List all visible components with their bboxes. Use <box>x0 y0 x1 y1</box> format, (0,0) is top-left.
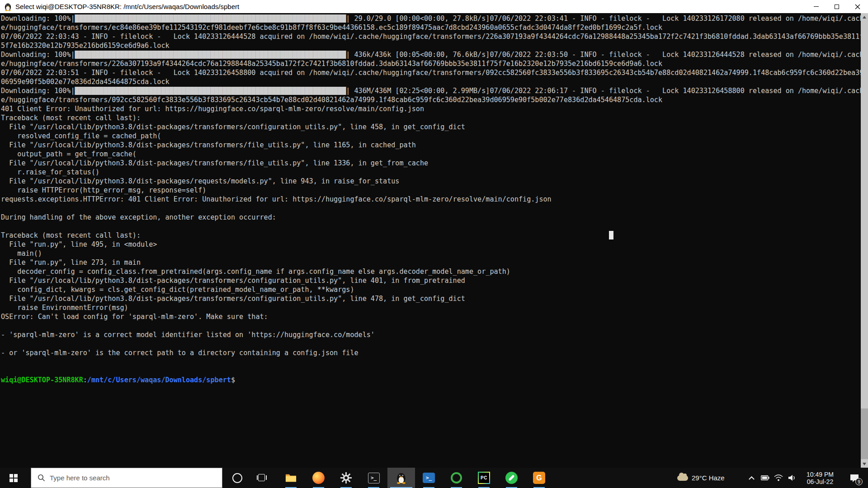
battery-icon <box>761 475 769 480</box>
minimize-icon <box>814 6 819 7</box>
cortana-button[interactable] <box>225 468 250 488</box>
task-view-icon <box>257 474 267 482</box>
terminal-line: File "/usr/local/lib/python3.8/dist-pack… <box>1 276 861 285</box>
taskbar-item-file-explorer[interactable] <box>277 468 305 488</box>
terminal-line <box>1 366 861 375</box>
network-button[interactable] <box>772 468 785 488</box>
pycharm-icon: PC <box>478 472 490 484</box>
terminal-screen[interactable]: Downloading: 100%|██████████████████████… <box>0 13 861 468</box>
scrollbar-thumb[interactable] <box>861 408 868 459</box>
search-placeholder: Type here to search <box>50 474 110 482</box>
network-wifi-icon <box>774 474 783 481</box>
scroll-down-arrow[interactable] <box>861 460 868 468</box>
taskbar-item-settings[interactable] <box>332 468 360 488</box>
tux-penguin-icon <box>395 472 407 484</box>
terminal-line: File "/usr/local/lib/python3.8/dist-pack… <box>1 177 861 186</box>
maximize-icon <box>835 5 839 9</box>
pinned-apps: >_ >_ PC <box>277 468 553 488</box>
weather-cloud-icon <box>677 475 688 481</box>
terminal-line: e/huggingface/transformers/ec84e86ee39bf… <box>1 23 861 32</box>
taskbar-item-pycharm[interactable]: PC <box>470 468 498 488</box>
terminal-line <box>1 339 861 348</box>
terminal-line: 5f7e16b2320e12b7935e216bd6159ce6d9a6.loc… <box>1 41 861 50</box>
close-icon <box>855 4 860 9</box>
maximize-button[interactable] <box>826 0 847 13</box>
taskbar: Type here to search <box>0 468 868 488</box>
taskbar-item-linux-terminal-active[interactable] <box>387 468 415 488</box>
chevron-up-icon <box>749 476 755 482</box>
terminal-line: Traceback (most recent call last): <box>1 113 861 122</box>
window-title: Select wiqi@DESKTOP-35NR8KR: /mnt/c/User… <box>15 3 239 10</box>
terminal-cursor <box>609 231 613 239</box>
g-app-icon: G <box>533 472 545 484</box>
prompt-user-host: wiqi@DESKTOP-35NR8KR <box>1 376 83 384</box>
whatsapp-icon <box>505 472 518 484</box>
terminal-line: Traceback (most recent call last): <box>1 231 861 240</box>
anaconda-ring-icon <box>451 472 462 483</box>
terminal-line: OSError: Can't load config for 'sparql-m… <box>1 312 861 321</box>
taskbar-item-command-prompt[interactable]: >_ <box>360 468 387 488</box>
windows-logo-icon <box>9 474 18 482</box>
terminal-line <box>1 357 861 366</box>
terminal-line: r.raise_for_status() <box>1 168 861 177</box>
terminal-line <box>1 204 861 213</box>
taskbar-item-g-app[interactable]: G <box>525 468 553 488</box>
taskbar-item-whatsapp[interactable] <box>498 468 525 488</box>
scroll-up-arrow[interactable] <box>861 13 868 21</box>
terminal-line: main() <box>1 249 861 258</box>
terminal-line: Downloading: 100%|██████████████████████… <box>1 14 861 23</box>
terminal-line: File "run.py", line 495, in <module> <box>1 240 861 249</box>
volume-button[interactable] <box>786 468 798 488</box>
tux-icon <box>4 2 12 11</box>
battery-button[interactable] <box>759 468 771 488</box>
clock-time: 10:49 PM <box>807 471 834 478</box>
window-titlebar[interactable]: Select wiqi@DESKTOP-35NR8KR: /mnt/c/User… <box>0 0 868 13</box>
clock-widget[interactable]: 10:49 PM 06-Jul-22 <box>799 468 841 488</box>
taskbar-item-powershell[interactable]: >_ <box>415 468 443 488</box>
tray-overflow-button[interactable] <box>745 468 758 488</box>
clock-date: 06-Jul-22 <box>807 478 833 485</box>
terminal-line: File "run.py", line 273, in main <box>1 258 861 267</box>
terminal-line: File "/usr/local/lib/python3.8/dist-pack… <box>1 294 861 303</box>
volume-icon <box>788 474 796 481</box>
terminal-line: decoder_config = config_class.from_pretr… <box>1 267 861 276</box>
search-icon <box>38 474 45 482</box>
terminal-line <box>1 222 861 231</box>
firefox-icon <box>312 472 325 484</box>
terminal-line: e/huggingface/transformers/226a307193a9f… <box>1 59 861 68</box>
action-center-button[interactable]: 9 <box>844 468 864 488</box>
taskbar-item-anaconda[interactable] <box>443 468 470 488</box>
terminal-line <box>1 321 861 330</box>
minimize-button[interactable] <box>806 0 826 13</box>
terminal-line: Downloading: 100%|██████████████████████… <box>1 86 861 95</box>
terminal-line: Downloading: 100%|██████████████████████… <box>1 50 861 59</box>
cortana-icon <box>232 473 242 483</box>
settings-gear-icon <box>340 472 352 484</box>
terminal-line: 401 Client Error: Unauthorized for url: … <box>1 104 861 113</box>
powershell-icon: >_ <box>423 473 435 483</box>
terminal-line: During handling of the above exception, … <box>1 213 861 222</box>
shell-prompt: wiqi@DESKTOP-35NR8KR:/mnt/c/Users/waqas/… <box>0 375 861 385</box>
terminal-line: e/huggingface/transformers/092cc582560fc… <box>1 95 861 104</box>
terminal-line: 07/06/2022 22:03:43 - INFO - filelock - … <box>1 32 861 41</box>
terminal-line: config_dict, kwargs = cls.get_config_dic… <box>1 285 861 294</box>
terminal-line: requests.exceptions.HTTPError: 401 Clien… <box>1 195 861 204</box>
search-input[interactable]: Type here to search <box>31 468 222 488</box>
notification-badge: 9 <box>855 478 863 485</box>
terminal-line: File "/usr/local/lib/python3.8/dist-pack… <box>1 141 861 150</box>
terminal-scrollbar[interactable] <box>861 13 868 468</box>
terminal-line: File "/usr/local/lib/python3.8/dist-pack… <box>1 122 861 131</box>
terminal-output: Downloading: 100%|██████████████████████… <box>0 13 861 375</box>
close-button[interactable] <box>847 0 868 13</box>
task-view-button[interactable] <box>250 468 274 488</box>
terminal-line: File "/usr/local/lib/python3.8/dist-pack… <box>1 159 861 168</box>
taskbar-item-firefox[interactable] <box>305 468 332 488</box>
terminal-line: raise EnvironmentError(msg) <box>1 303 861 312</box>
prompt-path: /mnt/c/Users/waqas/Downloads/spbert <box>87 376 231 384</box>
start-button[interactable] <box>0 468 27 488</box>
weather-widget[interactable]: 29°C Haze <box>677 468 725 488</box>
terminal-line: output_path = get_from_cache( <box>1 150 861 159</box>
terminal-line: resolved_config_file = cached_path( <box>1 131 861 141</box>
file-explorer-icon <box>285 472 297 484</box>
terminal-line: 07/06/2022 22:03:51 - INFO - filelock - … <box>1 68 861 77</box>
